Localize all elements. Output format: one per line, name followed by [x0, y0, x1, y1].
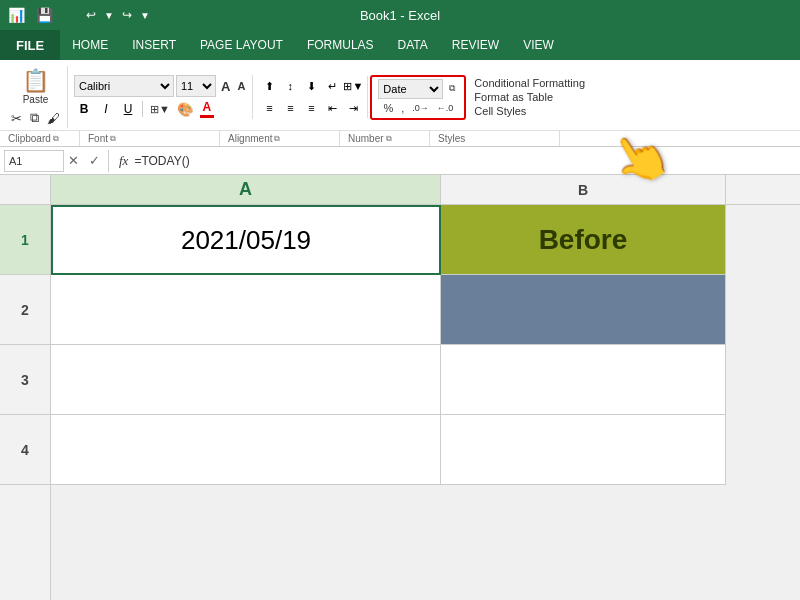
grid-row-3 [51, 345, 800, 415]
fill-color-icon: 🎨 [177, 102, 194, 117]
number-section-label: Number ⧉ [340, 131, 430, 146]
formula-input[interactable] [134, 154, 796, 168]
data-menu[interactable]: DATA [386, 30, 440, 60]
font-color-button[interactable]: A [198, 100, 216, 118]
font-expand-icon[interactable]: ⧉ [110, 134, 116, 144]
title-bar-icons: 📊 💾 [4, 3, 56, 27]
align-middle-button[interactable]: ↕ [280, 76, 300, 96]
save-icon[interactable]: 💾 [32, 3, 56, 27]
paste-icon: 📋 [22, 68, 49, 94]
cell-b1[interactable]: Before [441, 205, 726, 275]
formulas-menu[interactable]: FORMULAS [295, 30, 386, 60]
cell-a3[interactable] [51, 345, 441, 415]
alignment-row1: ⬆ ↕ ⬇ ↵ ⊞▼ [259, 76, 363, 96]
cut-button[interactable]: ✂ [8, 108, 25, 128]
decrease-decimal-button[interactable]: ←.0 [434, 100, 457, 116]
comma-button[interactable]: , [398, 100, 407, 116]
font-name-select[interactable]: Calibri [74, 75, 174, 97]
font-size-buttons: A A [218, 77, 248, 96]
align-right-button[interactable]: ≡ [301, 98, 321, 118]
cell-styles-button[interactable]: Cell Styles [474, 104, 585, 118]
page-layout-menu[interactable]: PAGE LAYOUT [188, 30, 295, 60]
conditional-formatting-button[interactable]: Conditional Formatting [474, 76, 585, 90]
align-left-button[interactable]: ≡ [259, 98, 279, 118]
window-title: Book1 - Excel [360, 8, 440, 23]
increase-decimal-button[interactable]: .0→ [409, 100, 432, 116]
font-group: Calibri 11 A A B I U ⊞▼ [70, 75, 253, 119]
paste-button[interactable]: 📋 Paste [16, 66, 55, 107]
percent-button[interactable]: % [380, 100, 396, 116]
undo-button[interactable]: ↩ [80, 4, 102, 26]
styles-section-label: Styles [430, 131, 560, 146]
cell-reference-input[interactable] [4, 150, 64, 172]
row-header-2[interactable]: 2 [0, 275, 50, 345]
insert-menu[interactable]: INSERT [120, 30, 188, 60]
row-header-1[interactable]: 1 [0, 205, 50, 275]
font-row1: Calibri 11 A A [74, 75, 248, 97]
ribbon-labels-row: Clipboard ⧉ Font ⧉ Alignment ⧉ Number ⧉ … [0, 130, 800, 146]
cell-b1-value: Before [539, 224, 628, 256]
row-header-3[interactable]: 3 [0, 345, 50, 415]
home-menu[interactable]: HOME [60, 30, 120, 60]
file-menu[interactable]: FILE [0, 30, 60, 60]
view-menu[interactable]: VIEW [511, 30, 566, 60]
alignment-group: ⬆ ↕ ⬇ ↵ ⊞▼ ≡ ≡ ≡ ⇤ ⇥ [255, 76, 368, 118]
number-format-select[interactable]: Date [378, 79, 443, 99]
content-area: 1 2 3 4 A B 2021/05/19 Before [0, 175, 800, 600]
ribbon: 📋 Paste ✂ ⧉ 🖌 [0, 60, 800, 147]
underline-button[interactable]: U [118, 99, 138, 119]
clipboard-sub-buttons: ✂ ⧉ 🖌 [8, 108, 63, 128]
bold-button[interactable]: B [74, 99, 94, 119]
formula-separator [108, 150, 109, 172]
copy-button[interactable]: ⧉ [27, 108, 42, 128]
cell-a4[interactable] [51, 415, 441, 485]
font-section-label: Font ⧉ [80, 131, 220, 146]
confirm-formula-button[interactable]: ✓ [85, 153, 104, 168]
decrease-indent-button[interactable]: ⇤ [322, 98, 342, 118]
cell-b4[interactable] [441, 415, 726, 485]
italic-button[interactable]: I [96, 99, 116, 119]
separator [142, 101, 143, 117]
title-bar: 📊 💾 ↩ ▼ ↪ ▼ Book1 - Excel [0, 0, 800, 30]
col-header-a[interactable]: A [51, 175, 441, 204]
row-headers: 1 2 3 4 [0, 175, 51, 600]
font-color-icon: A [203, 100, 212, 114]
row-header-4[interactable]: 4 [0, 415, 50, 485]
main-grid: A B 2021/05/19 Before [51, 175, 800, 600]
merge-button[interactable]: ⊞▼ [343, 76, 363, 96]
paste-label: Paste [23, 94, 49, 105]
col-header-b[interactable]: B [441, 175, 726, 204]
increase-indent-button[interactable]: ⇥ [343, 98, 363, 118]
redo-button[interactable]: ↪ [116, 4, 138, 26]
cell-a2[interactable] [51, 275, 441, 345]
font-size-select[interactable]: 11 [176, 75, 216, 97]
format-painter-button[interactable]: 🖌 [44, 108, 63, 128]
cell-b2[interactable] [441, 275, 726, 345]
format-painter-icon: 🖌 [47, 111, 60, 126]
col-header-row: A B [51, 175, 800, 205]
align-top-button[interactable]: ⬆ [259, 76, 279, 96]
fx-label: fx [113, 153, 134, 169]
cell-a1[interactable]: 2021/05/19 [51, 205, 441, 275]
font-row2: B I U ⊞▼ 🎨 A [74, 99, 248, 119]
increase-font-size-button[interactable]: A [218, 77, 233, 96]
styles-group: Conditional Formatting Format as Table C… [468, 76, 591, 118]
alignment-row2: ≡ ≡ ≡ ⇤ ⇥ [259, 98, 363, 118]
clipboard-group: 📋 Paste ✂ ⧉ 🖌 [4, 66, 68, 128]
clipboard-expand-icon[interactable]: ⧉ [53, 134, 59, 144]
app-container: 📊 💾 ↩ ▼ ↪ ▼ Book1 - Excel FILE HOME INSE… [0, 0, 800, 600]
review-menu[interactable]: REVIEW [440, 30, 511, 60]
align-bottom-button[interactable]: ⬇ [301, 76, 321, 96]
corner-cell [0, 175, 50, 205]
align-center-button[interactable]: ≡ [280, 98, 300, 118]
cancel-formula-button[interactable]: ✕ [64, 153, 83, 168]
border-button[interactable]: ⊞▼ [147, 101, 173, 118]
cell-b3[interactable] [441, 345, 726, 415]
number-expand-button[interactable]: ⧉ [446, 81, 458, 96]
number-expand-icon[interactable]: ⧉ [386, 134, 392, 144]
alignment-expand-icon[interactable]: ⧉ [274, 134, 280, 144]
fill-color-button[interactable]: 🎨 [175, 102, 196, 117]
decrease-font-size-button[interactable]: A [234, 77, 248, 96]
wrap-text-button[interactable]: ↵ [322, 76, 342, 96]
format-as-table-button[interactable]: Format as Table [474, 90, 585, 104]
